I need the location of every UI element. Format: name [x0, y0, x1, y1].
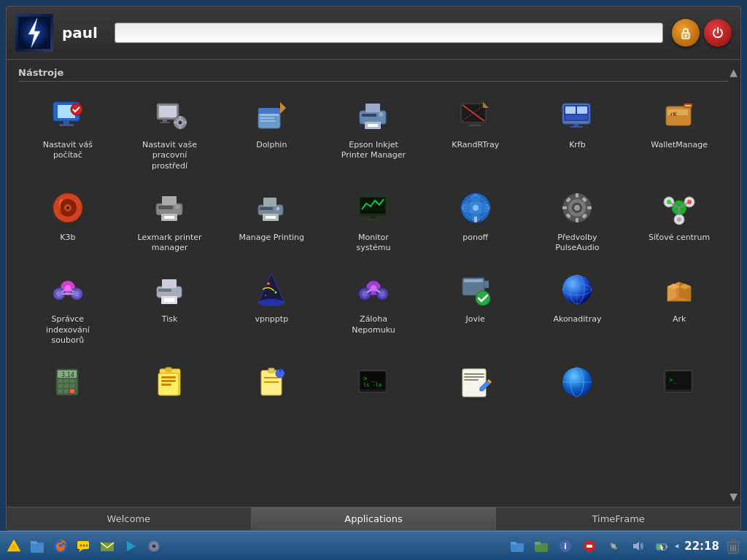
svg-rect-57	[164, 216, 174, 219]
app-browser[interactable]	[528, 356, 627, 411]
svg-rect-29	[368, 124, 378, 127]
dolphin-label: Dolphin	[256, 140, 287, 150]
taskbar-settings[interactable]	[143, 535, 165, 557]
svg-rect-55	[162, 196, 177, 205]
app-terminal[interactable]: > _ ls -la	[324, 356, 423, 411]
app-editor[interactable]	[426, 356, 525, 411]
taskbar-battery[interactable]	[651, 535, 673, 557]
app-schranky[interactable]	[120, 356, 220, 411]
zaloha-label: Záloha Nepomuku	[341, 314, 406, 335]
taskbar-media[interactable]	[120, 535, 142, 557]
vpnpptp-label: vpnpptp	[255, 314, 288, 324]
svg-rect-44	[570, 126, 583, 128]
app-krfb[interactable]: Krfb	[528, 89, 627, 176]
svg-rect-127	[464, 279, 483, 282]
taskbar-chat[interactable]	[73, 535, 95, 557]
svg-text:3.14: 3.14	[61, 372, 74, 378]
jovie-icon	[455, 269, 496, 310]
app-ponoff[interactable]: ponoff	[426, 182, 525, 258]
app-vpnpptp[interactable]: vpnpptp	[222, 263, 321, 350]
app-monitor-systemu[interactable]: Monitor systému	[324, 182, 423, 258]
jovie-label: Jovie	[466, 314, 485, 324]
svg-rect-150	[64, 384, 69, 388]
svg-point-205	[611, 544, 616, 548]
app-k3b[interactable]: K3b	[18, 182, 117, 258]
svg-rect-80	[587, 206, 592, 209]
search-input[interactable]	[115, 23, 663, 43]
browser-icon	[557, 362, 597, 402]
taskbar-file-manager[interactable]	[26, 535, 48, 557]
spravce-label: Správce indexování souborů	[35, 314, 101, 346]
app-nastavit-pocitac[interactable]: Nastavit váš počítač	[18, 89, 117, 176]
svg-point-116	[265, 295, 266, 296]
app-terminal2[interactable]: >_	[630, 356, 729, 411]
app-lexmark[interactable]: Lexmark printer manager	[120, 182, 220, 258]
app-krandrtray[interactable]: KRandRTray	[426, 89, 525, 176]
svg-rect-111	[158, 289, 171, 292]
svg-rect-160	[166, 368, 171, 372]
content-area[interactable]: Nástroje Nastavit váš počítač	[7, 60, 740, 507]
app-kalkulacka[interactable]: 3.14	[18, 356, 117, 411]
svg-point-122	[371, 285, 376, 291]
app-zaloha[interactable]: Záloha Nepomuku	[324, 263, 423, 350]
taskbar-sys-icons: i	[506, 535, 679, 557]
app-jovie[interactable]: Jovie	[426, 263, 525, 350]
lock-button[interactable]	[672, 19, 700, 47]
sitove-centrum-label: Síťové centrum	[649, 233, 710, 243]
taskbar-folder2[interactable]	[530, 535, 552, 557]
scroll-down-arrow[interactable]: ▼	[729, 491, 738, 502]
svg-rect-147	[64, 379, 69, 383]
svg-rect-203	[587, 545, 592, 548]
app-predvolby[interactable]: Předvolby PulseAudio	[528, 182, 627, 258]
app-walletmanager[interactable]: rK WalletManage	[630, 89, 729, 176]
kalkulacka-icon: 3.14	[47, 362, 88, 402]
svg-rect-59	[158, 206, 173, 209]
svg-rect-162	[268, 368, 274, 373]
svg-rect-172	[464, 373, 484, 375]
tisk-label: Tisk	[162, 314, 178, 324]
app-dolphin[interactable]: Dolphin	[222, 89, 321, 176]
tisk-icon	[150, 269, 190, 310]
taskbar-volume[interactable]	[627, 535, 649, 557]
svg-point-58	[175, 205, 179, 209]
svg-point-53	[66, 206, 69, 209]
svg-point-123	[362, 291, 368, 297]
svg-rect-151	[70, 384, 74, 388]
tab-welcome[interactable]: Welcome	[7, 508, 252, 530]
svg-rect-12	[163, 120, 167, 122]
battery-indicator: ◂	[675, 541, 679, 551]
taskbar-tools[interactable]	[603, 535, 624, 557]
app-manage-printing[interactable]: Manage Printing	[222, 182, 321, 258]
svg-rect-20	[184, 122, 187, 124]
scroll-up-arrow[interactable]: ▲	[729, 66, 738, 78]
taskbar-firefox[interactable]	[50, 535, 71, 557]
tab-timeframe[interactable]: TimeFrame	[496, 508, 740, 530]
svg-rect-173	[464, 376, 484, 378]
taskbar-info[interactable]: i	[554, 535, 576, 557]
taskbar-kde-menu[interactable]	[3, 535, 25, 557]
taskbar-email[interactable]	[96, 535, 118, 557]
svg-rect-48	[685, 105, 691, 106]
taskbar-trash[interactable]	[722, 535, 744, 557]
svg-rect-174	[464, 379, 479, 381]
app-clipboard2[interactable]	[222, 356, 321, 411]
svg-point-95	[687, 200, 692, 204]
svg-point-188	[80, 544, 82, 546]
svg-rect-79	[562, 206, 567, 209]
svg-rect-36	[473, 122, 477, 125]
tab-applications[interactable]: Applications	[252, 508, 497, 530]
app-sitove-centrum[interactable]: Síťové centrum	[630, 182, 729, 258]
app-ark[interactable]: Ark	[630, 263, 729, 350]
power-button[interactable]	[704, 19, 732, 47]
app-epson[interactable]: Epson Inkjet Printer Manager	[324, 89, 423, 176]
app-akonaditray[interactable]: Akonaditray	[528, 263, 627, 350]
taskbar-stop[interactable]	[578, 535, 600, 557]
app-spravce[interactable]: Správce indexování souborů	[18, 263, 117, 350]
svg-point-86	[574, 205, 580, 211]
svg-rect-65	[260, 207, 273, 210]
svg-rect-31	[362, 114, 376, 117]
svg-rect-40	[565, 106, 576, 114]
taskbar-folder1[interactable]	[506, 535, 528, 557]
app-tisk[interactable]: Tisk	[120, 263, 220, 350]
app-nastavit-prostredi[interactable]: Nastavit vaše pracovní prostředí	[120, 89, 220, 176]
